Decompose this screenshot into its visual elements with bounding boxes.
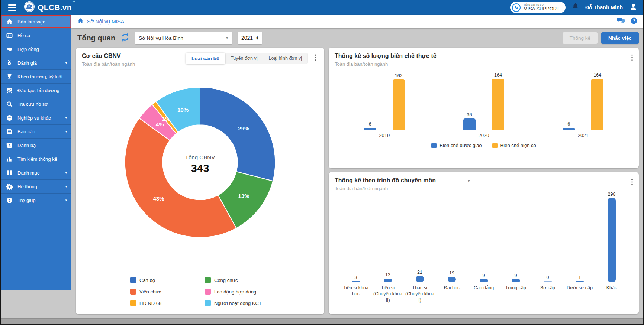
sidebar-item-nghiep-vu-khac[interactable]: Nghiệp vụ khác▼ bbox=[1, 111, 71, 125]
sidebar-item-danh-gia[interactable]: Đánh giá▼ bbox=[1, 56, 71, 70]
home-icon bbox=[6, 19, 13, 25]
sidebar-item-label: Tra cứu hồ sơ bbox=[17, 101, 48, 107]
reminder-button[interactable]: Nhắc việc bbox=[601, 32, 639, 44]
bar-column: 9 bbox=[468, 273, 500, 282]
book-icon bbox=[6, 170, 13, 176]
unit-select[interactable]: Sở Nội vụ Hòa Bình ▼ bbox=[135, 32, 232, 44]
bar bbox=[384, 279, 392, 282]
bar-column: 0 bbox=[532, 275, 564, 282]
year-down-icon[interactable]: ▼ bbox=[256, 38, 258, 40]
phone-icon bbox=[512, 3, 521, 12]
bar-column: 36 bbox=[463, 112, 476, 130]
sidebar-item-label: Tìm kiếm thống kê bbox=[17, 156, 57, 162]
medal-icon bbox=[6, 60, 13, 66]
legend-swatch bbox=[130, 277, 136, 283]
bar bbox=[576, 281, 584, 282]
notification-bell-icon[interactable] bbox=[572, 3, 579, 12]
sidebar-item-label: Hệ thống bbox=[17, 184, 37, 189]
bar bbox=[463, 118, 476, 130]
chevron-down-icon[interactable]: ▼ bbox=[467, 179, 471, 191]
bar-value-label: 164 bbox=[494, 72, 502, 78]
sidebar-item-danh-muc[interactable]: Danh mục▼ bbox=[1, 166, 71, 180]
legend-item: Người hoạt động KCT bbox=[205, 300, 270, 306]
sidebar-item-label: Danh mục bbox=[17, 170, 39, 176]
sidebar-item-danh-ba[interactable]: Danh bạ bbox=[1, 139, 71, 152]
user-avatar-icon[interactable] bbox=[629, 3, 637, 12]
bar-value-label: 9 bbox=[483, 273, 485, 278]
hamburger-icon bbox=[8, 4, 16, 11]
structure-tab-0[interactable]: Loại cán bộ bbox=[186, 53, 225, 64]
kebab-menu-icon[interactable] bbox=[629, 177, 635, 188]
kebab-menu-icon[interactable] bbox=[312, 53, 318, 64]
bar bbox=[448, 277, 456, 282]
sidebar-item-tra-cuu-ho-so[interactable]: Tra cứu hồ sơ bbox=[1, 97, 71, 111]
feedback-chat-icon[interactable] bbox=[617, 18, 625, 26]
bar-value-label: 6 bbox=[567, 121, 570, 127]
legend-item: Cán bộ bbox=[130, 277, 195, 283]
sidebar-item-label: Nghiệp vụ khác bbox=[17, 115, 51, 121]
breadcrumb: Sở Nội vụ MISA ? bbox=[71, 15, 643, 28]
bar-chart: 31221199901298 bbox=[335, 195, 633, 282]
bar-column: 21 bbox=[404, 270, 436, 282]
address-book-icon bbox=[6, 142, 13, 148]
help-icon: ? bbox=[6, 197, 13, 204]
hamburger-menu-button[interactable] bbox=[1, 0, 24, 15]
refresh-button[interactable] bbox=[120, 33, 130, 43]
support-name: MISA SUPPORT bbox=[524, 6, 560, 12]
legend-item: Công chức bbox=[205, 277, 270, 283]
bottom-scrollbar[interactable] bbox=[1, 318, 643, 324]
sidebar-item-tim-kiem-thong-ke[interactable]: Tìm kiếm thống kê bbox=[1, 152, 71, 166]
chevron-down-icon: ▼ bbox=[65, 130, 68, 133]
chevron-down-icon: ▼ bbox=[65, 116, 68, 120]
legend-label: Viên chức bbox=[139, 289, 161, 295]
legend-swatch bbox=[130, 289, 136, 295]
kebab-menu-icon[interactable] bbox=[629, 53, 635, 64]
year-spinner[interactable]: 2021 ▲▼ bbox=[238, 32, 262, 44]
x-axis-label: 2019 bbox=[335, 130, 434, 138]
donut-legend: Cán bộCông chứcViên chứcLao động hợp đồn… bbox=[130, 277, 270, 306]
x-axis-label: Cao đẳng bbox=[468, 282, 500, 303]
report-icon bbox=[6, 129, 13, 134]
legend-item: HĐ NĐ 68 bbox=[130, 300, 195, 306]
sidebar-item-hop-dong[interactable]: Hợp đồng bbox=[1, 42, 71, 56]
donut-slice-pct-label: 10% bbox=[177, 107, 189, 113]
app-logo: QLCB.vn™ bbox=[24, 1, 75, 14]
trophy-icon bbox=[6, 74, 13, 79]
help-icon[interactable]: ? bbox=[631, 17, 637, 26]
donut-center-value: 343 bbox=[191, 162, 209, 174]
sidebar-item-ho-so[interactable]: Hồ sơ bbox=[1, 29, 71, 42]
headcount-card-subtitle: Toàn địa bàn/toàn ngành bbox=[335, 61, 437, 67]
bar-value-label: 6 bbox=[369, 121, 371, 127]
sidebar-item-ban-lam-viec[interactable]: Bàn làm việc bbox=[1, 15, 71, 29]
bar-group-2020: 36164 bbox=[463, 72, 504, 130]
bar bbox=[393, 79, 405, 130]
stats-button[interactable]: Thống kê bbox=[563, 32, 598, 44]
sidebar-item-khen-thuong-ky-luat[interactable]: Khen thưởng, kỷ luật bbox=[1, 70, 71, 84]
sidebar-item-tro-giup[interactable]: ?Trợ giúp▼ bbox=[1, 194, 71, 207]
structure-tab-1[interactable]: Tuyến đơn vị bbox=[225, 53, 263, 64]
sidebar-item-dao-tao-boi-duong[interactable]: Đào tạo, bồi dưỡng bbox=[1, 84, 71, 97]
bar-column: 3 bbox=[340, 275, 372, 282]
bar-column: 6 bbox=[563, 121, 575, 130]
legend-swatch bbox=[130, 300, 136, 306]
misa-support-button[interactable]: Tổng đài hỗ trợ MISA SUPPORT bbox=[510, 2, 566, 13]
breadcrumb-home-icon[interactable] bbox=[77, 18, 84, 25]
bar-value-label: 298 bbox=[608, 192, 616, 197]
donut-slice-pct-label: 4% bbox=[156, 121, 164, 127]
bar-column: 164 bbox=[492, 72, 504, 130]
easel-icon bbox=[6, 87, 13, 94]
year-value: 2021 bbox=[241, 35, 253, 41]
structure-tab-2[interactable]: Loại hình đơn vị bbox=[263, 53, 307, 64]
sidebar-item-bao-cao[interactable]: Báo cáo▼ bbox=[1, 125, 71, 139]
chevron-down-icon: ▼ bbox=[65, 61, 68, 65]
grouped-bar-legend: Biên chế được giaoBiên chế hiện có bbox=[335, 143, 633, 148]
legend-swatch bbox=[205, 289, 211, 295]
x-axis-label: 2021 bbox=[534, 130, 633, 138]
bar bbox=[563, 128, 575, 130]
sidebar-item-he-thong[interactable]: Hệ thống▼ bbox=[1, 180, 71, 194]
legend-label: Biên chế được giao bbox=[439, 143, 482, 148]
sidebar-item-label: Đánh giá bbox=[17, 60, 37, 66]
topbar: QLCB.vn™ Tổng đài hỗ trợ MISA SUPPORT Đỗ… bbox=[1, 0, 643, 15]
bar-value-label: 36 bbox=[467, 112, 472, 117]
legend-label: Lao động hợp đồng bbox=[214, 289, 256, 295]
